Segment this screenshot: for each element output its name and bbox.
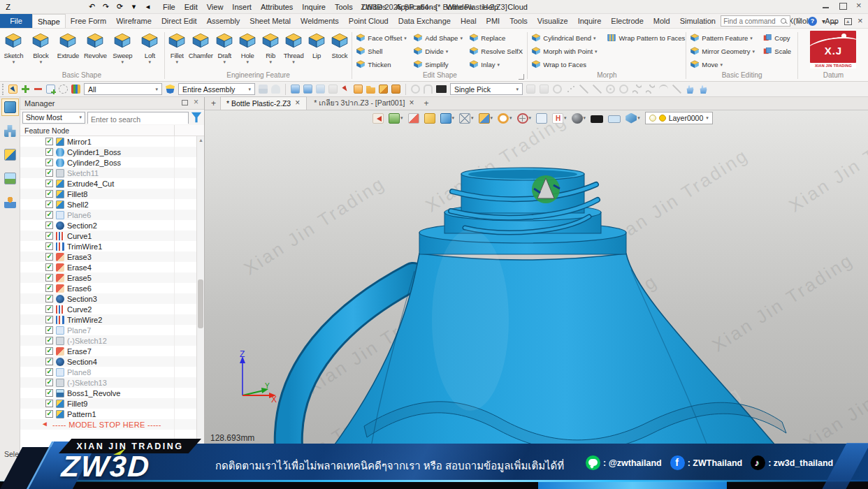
ribbon-tab[interactable]: Simulation bbox=[675, 14, 721, 28]
bottle-model[interactable] bbox=[205, 110, 868, 489]
checkbox[interactable] bbox=[45, 211, 53, 219]
scope-dropdown[interactable]: Entire Assembly bbox=[178, 83, 255, 95]
pick-mode-dropdown[interactable]: Single Pick bbox=[450, 83, 523, 95]
align-first-icon[interactable] bbox=[291, 85, 300, 94]
ribbon-button[interactable]: Shell bbox=[356, 45, 413, 58]
viewport-tool[interactable] bbox=[408, 113, 419, 124]
scrollbar-thumb[interactable] bbox=[198, 279, 203, 328]
ribbon-tab[interactable]: Direct Edit bbox=[157, 14, 202, 28]
ribbon-button[interactable]: Scale bbox=[762, 45, 791, 58]
dropdown-arrow-icon[interactable] bbox=[292, 60, 295, 64]
checkbox[interactable] bbox=[45, 368, 53, 376]
filter-dropdown[interactable]: All bbox=[84, 83, 162, 95]
play-circle-icon[interactable] bbox=[553, 85, 562, 94]
checkbox[interactable] bbox=[45, 389, 53, 397]
notes-icon[interactable] bbox=[354, 85, 363, 94]
polyline-icon[interactable] bbox=[593, 85, 602, 94]
ribbon-button[interactable]: Copy bbox=[762, 31, 791, 45]
checkbox[interactable] bbox=[45, 232, 53, 240]
align-fourth-icon[interactable] bbox=[328, 85, 338, 94]
print-icon[interactable] bbox=[59, 2, 69, 12]
tree-item[interactable]: Mirror1 bbox=[20, 136, 204, 147]
ribbon-button[interactable]: Cylindrical Bend bbox=[531, 31, 607, 45]
close-panel-icon[interactable] bbox=[194, 100, 200, 106]
separator[interactable] bbox=[405, 84, 406, 95]
add-to-selection-icon[interactable] bbox=[21, 85, 30, 94]
checkbox[interactable] bbox=[45, 305, 53, 313]
dropdown-arrow-icon[interactable] bbox=[593, 36, 596, 41]
viewport-tool[interactable] bbox=[591, 114, 603, 123]
collapse-ribbon-icon[interactable]: ◂ bbox=[143, 2, 153, 12]
ribbon-button[interactable]: Wrap Pattern to Faces bbox=[607, 31, 685, 45]
checkbox[interactable] bbox=[45, 159, 53, 166]
dialog-launcher-icon[interactable] bbox=[519, 74, 524, 80]
social-item[interactable]: : @zwthailand bbox=[586, 455, 662, 470]
ribbon-button[interactable]: Draft bbox=[213, 30, 236, 71]
tree-item[interactable]: Erase4 bbox=[20, 262, 204, 272]
document-tab[interactable]: * เกลียว 3ปาก.Z3 - [Part001] bbox=[308, 96, 420, 110]
ribbon-button[interactable]: Face Offset bbox=[356, 31, 413, 45]
tree-item[interactable]: Fillet9 bbox=[20, 398, 204, 409]
new-tab-icon[interactable] bbox=[209, 98, 219, 110]
ribbon-tab[interactable]: Sheet Metal bbox=[245, 14, 296, 28]
ribbon-tab[interactable]: Free Form bbox=[66, 14, 111, 28]
side-strip-icon[interactable] bbox=[1, 146, 19, 163]
tree-item[interactable]: (-)Sketch12 bbox=[20, 335, 204, 346]
ribbon-button[interactable]: Loft bbox=[136, 30, 164, 71]
dropdown-arrow-icon[interactable] bbox=[13, 60, 15, 64]
redo-icon[interactable]: ↷ bbox=[101, 2, 111, 12]
menu-item[interactable]: File bbox=[163, 3, 175, 11]
show-filter-dropdown[interactable]: Show Most bbox=[22, 112, 85, 124]
tree-item[interactable]: ----- MODEL STOP HERE ----- bbox=[20, 419, 204, 430]
dropdown-arrow-icon[interactable] bbox=[246, 60, 249, 64]
ribbon-tab[interactable]: Tools bbox=[505, 14, 533, 28]
tree-item[interactable]: (-)Sketch13 bbox=[20, 377, 204, 388]
menu-item[interactable]: View bbox=[207, 3, 224, 11]
ribbon-button[interactable]: Block bbox=[27, 30, 55, 71]
grip-handle[interactable] bbox=[2, 84, 5, 95]
ribbon-button[interactable]: Sweep bbox=[109, 30, 136, 71]
dropdown-arrow-icon[interactable] bbox=[149, 60, 152, 64]
checkbox[interactable] bbox=[45, 410, 53, 418]
spline-icon[interactable] bbox=[632, 85, 642, 94]
tree-item[interactable]: Curve1 bbox=[20, 231, 204, 241]
checkbox[interactable] bbox=[45, 253, 53, 261]
viewport-tool[interactable] bbox=[608, 114, 621, 123]
viewport-tool[interactable] bbox=[440, 113, 455, 124]
ribbon-button[interactable]: Thread bbox=[282, 30, 305, 71]
tree-item[interactable]: Plane6 bbox=[20, 210, 204, 220]
social-item[interactable]: : ZWThailand bbox=[670, 455, 742, 470]
side-strip-icon[interactable] bbox=[1, 122, 19, 140]
doc-minimize-icon[interactable] bbox=[830, 17, 839, 25]
dropdown-arrow-icon[interactable] bbox=[176, 60, 179, 64]
tree-item[interactable]: Shell2 bbox=[20, 199, 204, 210]
viewport-tool[interactable] bbox=[372, 113, 384, 124]
arc-icon[interactable] bbox=[659, 85, 668, 94]
ribbon-tab[interactable]: Wireframe bbox=[111, 14, 157, 28]
dropdown-arrow-icon[interactable] bbox=[471, 116, 474, 120]
line-icon[interactable] bbox=[579, 85, 588, 94]
dropdown-arrow-icon[interactable] bbox=[460, 36, 463, 41]
ribbon-tab[interactable]: Electrode bbox=[606, 14, 648, 28]
history-icon[interactable] bbox=[411, 85, 420, 94]
ribbon-button[interactable]: Mirror Geometry bbox=[690, 45, 762, 58]
ribbon-button[interactable]: Morph with Point bbox=[531, 45, 607, 58]
checkbox[interactable] bbox=[45, 263, 53, 271]
checkbox[interactable] bbox=[45, 190, 53, 198]
checkbox[interactable] bbox=[45, 379, 53, 386]
tree-item[interactable]: Erase7 bbox=[20, 346, 204, 356]
ribbon-button[interactable]: Stock bbox=[328, 30, 351, 71]
viewport-tool[interactable] bbox=[625, 113, 640, 124]
viewport-tool[interactable] bbox=[536, 113, 547, 124]
plot-icon[interactable] bbox=[73, 2, 83, 12]
viewport-tool[interactable] bbox=[498, 113, 512, 124]
menu-item[interactable]: Attributes bbox=[261, 3, 293, 11]
tree-item[interactable]: Plane8 bbox=[20, 367, 204, 377]
clip-icon[interactable] bbox=[424, 85, 433, 94]
tree-item[interactable]: Plane7 bbox=[20, 325, 204, 335]
ribbon-tab[interactable]: Data Exchange bbox=[393, 14, 456, 28]
ribbon-button[interactable]: Add Shape bbox=[413, 31, 469, 45]
viewport-tool[interactable] bbox=[517, 113, 532, 124]
tree-item[interactable]: Cylinder2_Boss bbox=[20, 157, 204, 168]
social-item[interactable]: : zw3d_thailand bbox=[751, 455, 833, 470]
